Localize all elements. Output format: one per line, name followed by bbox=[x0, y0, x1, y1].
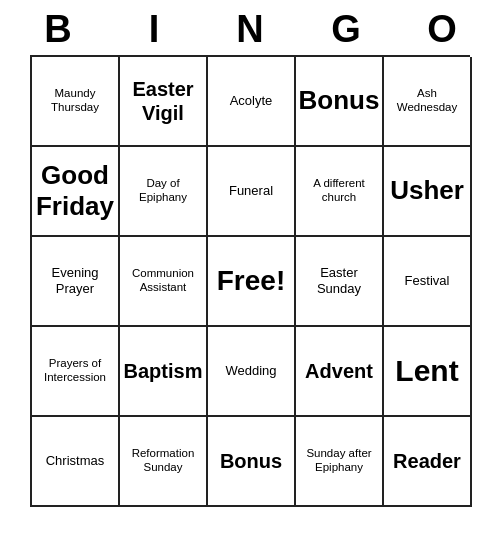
title-letter: N bbox=[206, 8, 294, 51]
cell-text: Easter Sunday bbox=[300, 265, 378, 296]
title-letter: I bbox=[110, 8, 198, 51]
cell-text: Bonus bbox=[299, 85, 380, 116]
cell-text: Free! bbox=[217, 264, 285, 298]
grid-cell-10: Evening Prayer bbox=[32, 237, 120, 327]
grid-cell-20: Christmas bbox=[32, 417, 120, 507]
cell-text: Reformation Sunday bbox=[124, 447, 202, 475]
title-letter: O bbox=[398, 8, 486, 51]
cell-text: Wedding bbox=[225, 363, 276, 379]
cell-text: Advent bbox=[305, 359, 373, 383]
grid-cell-16: Baptism bbox=[120, 327, 208, 417]
grid-cell-4: Ash Wednesday bbox=[384, 57, 472, 147]
cell-text: Baptism bbox=[124, 359, 203, 383]
grid-cell-12: Free! bbox=[208, 237, 296, 327]
cell-text: Good Friday bbox=[36, 160, 114, 222]
cell-text: Festival bbox=[405, 273, 450, 289]
cell-text: Usher bbox=[390, 175, 464, 206]
cell-text: Day of Epiphany bbox=[124, 177, 202, 205]
cell-text: Acolyte bbox=[230, 93, 273, 109]
cell-text: Evening Prayer bbox=[36, 265, 114, 296]
grid-cell-22: Bonus bbox=[208, 417, 296, 507]
title-letter: B bbox=[14, 8, 102, 51]
grid-cell-3: Bonus bbox=[296, 57, 384, 147]
cell-text: Reader bbox=[393, 449, 461, 473]
grid-cell-2: Acolyte bbox=[208, 57, 296, 147]
grid-cell-24: Reader bbox=[384, 417, 472, 507]
cell-text: Maundy Thursday bbox=[36, 87, 114, 115]
cell-text: Ash Wednesday bbox=[388, 87, 466, 115]
cell-text: Sunday after Epiphany bbox=[300, 447, 378, 475]
grid-cell-9: Usher bbox=[384, 147, 472, 237]
grid-cell-6: Day of Epiphany bbox=[120, 147, 208, 237]
grid-cell-17: Wedding bbox=[208, 327, 296, 417]
cell-text: Easter Vigil bbox=[124, 77, 202, 125]
grid-cell-1: Easter Vigil bbox=[120, 57, 208, 147]
cell-text: Christmas bbox=[46, 453, 105, 469]
grid-cell-15: Prayers of Intercession bbox=[32, 327, 120, 417]
cell-text: A different church bbox=[300, 177, 378, 205]
grid-cell-14: Festival bbox=[384, 237, 472, 327]
grid-cell-7: Funeral bbox=[208, 147, 296, 237]
cell-text: Lent bbox=[395, 353, 458, 389]
grid-cell-21: Reformation Sunday bbox=[120, 417, 208, 507]
grid-cell-19: Lent bbox=[384, 327, 472, 417]
bingo-title: BINGO bbox=[10, 0, 490, 55]
cell-text: Prayers of Intercession bbox=[36, 357, 114, 385]
grid-cell-5: Good Friday bbox=[32, 147, 120, 237]
grid-cell-18: Advent bbox=[296, 327, 384, 417]
cell-text: Communion Assistant bbox=[124, 267, 202, 295]
grid-cell-0: Maundy Thursday bbox=[32, 57, 120, 147]
grid-cell-8: A different church bbox=[296, 147, 384, 237]
cell-text: Bonus bbox=[220, 449, 282, 473]
grid-cell-23: Sunday after Epiphany bbox=[296, 417, 384, 507]
grid-cell-13: Easter Sunday bbox=[296, 237, 384, 327]
bingo-grid: Maundy ThursdayEaster VigilAcolyteBonusA… bbox=[30, 55, 470, 507]
cell-text: Funeral bbox=[229, 183, 273, 199]
grid-cell-11: Communion Assistant bbox=[120, 237, 208, 327]
title-letter: G bbox=[302, 8, 390, 51]
